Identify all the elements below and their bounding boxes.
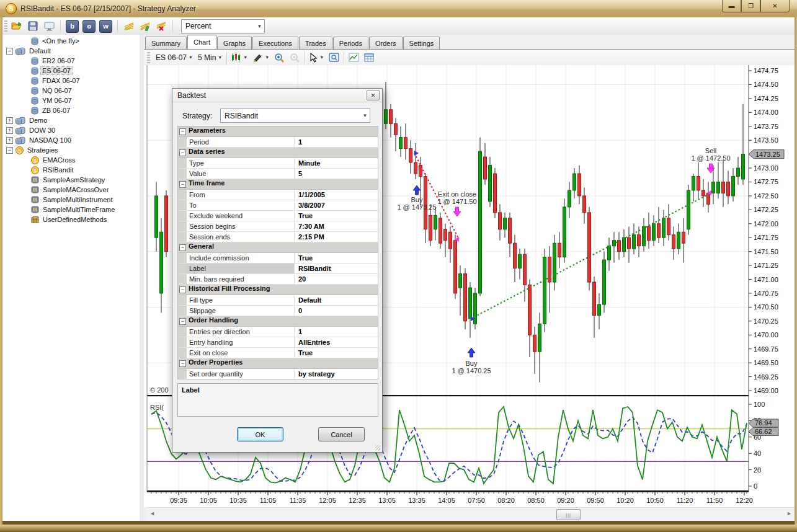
- grid-category-time-frame[interactable]: −Time frame: [178, 179, 378, 190]
- tree-item-emacross[interactable]: SEMACross: [2, 155, 77, 165]
- tab-executions[interactable]: Executions: [252, 37, 298, 49]
- property-name[interactable]: Value: [187, 169, 295, 179]
- tree-item-rsibandit[interactable]: SRSIBandit: [2, 165, 75, 175]
- bar-type-dropdown[interactable]: ▼: [229, 51, 250, 64]
- data-box-icon[interactable]: [326, 51, 342, 64]
- tree-item-strategies[interactable]: −SStrategies: [2, 145, 60, 155]
- collapse-icon[interactable]: −: [179, 149, 186, 156]
- chart-toolbar-grip[interactable]: [147, 52, 150, 63]
- property-name[interactable]: From: [187, 190, 295, 200]
- tree-item-ym-06-07[interactable]: YM 06-07: [2, 95, 73, 105]
- property-value[interactable]: 1: [295, 327, 378, 337]
- tree-item-nq-06-07[interactable]: NQ 06-07: [2, 86, 73, 95]
- expander-icon[interactable]: −: [6, 147, 13, 154]
- property-value[interactable]: AllEntries: [295, 337, 378, 347]
- tree-item-samplemacrossover[interactable]: SampleMACrossOver: [2, 185, 110, 195]
- tab-orders[interactable]: Orders: [369, 37, 403, 49]
- property-value[interactable]: 3/8/2007: [295, 200, 378, 210]
- property-name[interactable]: Session ends: [187, 232, 295, 242]
- strategy-edit-icon[interactable]: [138, 19, 152, 33]
- dialog-titlebar[interactable]: Backtest ✕: [172, 89, 382, 102]
- property-value[interactable]: 7:30 AM: [295, 221, 378, 231]
- drawing-tool-dropdown[interactable]: ▼: [250, 51, 272, 64]
- grid-row-session-ends[interactable]: Session ends2:15 PM: [178, 232, 378, 242]
- interval-dropdown[interactable]: 5 Min ▼: [195, 51, 225, 64]
- ok-button[interactable]: OK: [237, 427, 283, 441]
- chart-horizontal-scrollbar[interactable]: ◄ ► |||: [147, 507, 795, 521]
- zoom-in-icon[interactable]: [272, 51, 287, 64]
- tab-periods[interactable]: Periods: [333, 37, 368, 49]
- property-value[interactable]: 5: [295, 169, 378, 179]
- property-name[interactable]: Slippage: [187, 306, 295, 316]
- cursor-dropdown[interactable]: ▼: [307, 51, 326, 64]
- grid-row-set-order-quantity[interactable]: Set order quantityby strategy: [178, 369, 378, 379]
- tree-item-es-06-07[interactable]: ES 06-07: [2, 66, 72, 76]
- property-value[interactable]: RSIBandit: [295, 264, 378, 273]
- grid-row-session-begins[interactable]: Session begins7:30 AM: [178, 221, 378, 232]
- tab-trades[interactable]: Trades: [299, 37, 332, 49]
- tab-graphs[interactable]: Graphs: [217, 37, 252, 49]
- grid-category-data-series[interactable]: −Data series: [178, 148, 378, 158]
- property-value[interactable]: 20: [295, 274, 378, 284]
- grid-row-exclude-weekend[interactable]: Exclude weekendTrue: [178, 211, 378, 221]
- tree-item-demo[interactable]: +Demo: [2, 115, 48, 125]
- property-value[interactable]: 1/1/2005: [295, 190, 378, 200]
- toolbar-grip[interactable]: [4, 20, 7, 32]
- grid-row-from[interactable]: From1/1/2005: [178, 190, 378, 200]
- display-icon[interactable]: [42, 19, 56, 33]
- scroll-left-icon[interactable]: ◄: [149, 510, 155, 516]
- property-name[interactable]: Entry handling: [187, 337, 295, 347]
- tree-item-on-the-fly[interactable]: <On the fly>: [2, 36, 81, 46]
- collapse-icon[interactable]: −: [179, 286, 186, 293]
- w-button[interactable]: w: [99, 20, 112, 33]
- grid-category-parameters[interactable]: −Parameters: [178, 126, 378, 137]
- collapse-icon[interactable]: −: [179, 181, 186, 188]
- property-value[interactable]: Minute: [295, 158, 378, 168]
- display-mode-combobox[interactable]: Percent ▼: [181, 19, 265, 33]
- property-name[interactable]: Session begins: [187, 221, 295, 231]
- property-name[interactable]: Include commission: [187, 253, 295, 263]
- grid-category-general[interactable]: −General: [178, 242, 378, 253]
- tree-item-zb-06-07[interactable]: ZB 06-07: [2, 105, 71, 115]
- property-value[interactable]: 2:15 PM: [295, 232, 378, 242]
- collapse-icon[interactable]: −: [179, 318, 186, 325]
- property-value[interactable]: True: [295, 253, 378, 263]
- window-titlebar[interactable]: S RSIBandit - ES 06-07 [2/15/2007] - Str…: [0, 0, 797, 18]
- grid-category-historical-fill-processing[interactable]: −Historical Fill Processing: [178, 285, 378, 295]
- b-button[interactable]: b: [66, 20, 79, 33]
- property-name[interactable]: Type: [187, 158, 295, 168]
- expander-icon[interactable]: +: [6, 117, 13, 124]
- tab-settings[interactable]: Settings: [403, 37, 440, 49]
- property-value[interactable]: 1: [295, 137, 378, 147]
- property-value[interactable]: by strategy: [295, 369, 378, 379]
- tab-summary[interactable]: Summary: [145, 37, 187, 49]
- grid-row-fill-type[interactable]: Fill typeDefault: [178, 295, 378, 306]
- o-button[interactable]: o: [82, 20, 96, 33]
- grid-row-value[interactable]: Value5: [178, 169, 378, 179]
- expander-icon[interactable]: −: [6, 48, 13, 55]
- grid-row-include-commission[interactable]: Include commissionTrue: [178, 253, 378, 264]
- tree-item-fdax-06-07[interactable]: FDAX 06-07: [2, 76, 81, 86]
- minimize-button[interactable]: ▬: [722, 0, 741, 12]
- tree-item-samplemultiinstrument[interactable]: SampleMultiInstrument: [2, 195, 114, 205]
- grid-row-type[interactable]: TypeMinute: [178, 158, 378, 169]
- grid-row-slippage[interactable]: Slippage0: [178, 306, 378, 316]
- cancel-button[interactable]: Cancel: [318, 427, 365, 441]
- tree-item-nasdaq-100[interactable]: +NASDAQ 100: [2, 135, 73, 145]
- save-icon[interactable]: [26, 19, 40, 33]
- grid-icon[interactable]: [362, 51, 376, 64]
- grid-row-min-bars-required[interactable]: Min. bars required20: [178, 274, 378, 285]
- strategy-remove-icon[interactable]: [154, 19, 168, 33]
- tree-item-samplemultitimeframe[interactable]: SampleMultiTimeFrame: [2, 205, 116, 215]
- property-name[interactable]: Min. bars required: [187, 274, 295, 284]
- property-name[interactable]: Label: [187, 264, 295, 273]
- tree-item-sampleasmstrategy[interactable]: SampleAsmStrategy: [2, 175, 106, 185]
- property-name[interactable]: Period: [187, 137, 295, 147]
- tree-item-dow-30[interactable]: +DOW 30: [2, 125, 56, 135]
- property-name[interactable]: Set order quantity: [187, 369, 295, 379]
- grid-category-order-properties[interactable]: −Order Properties: [178, 358, 378, 369]
- collapse-icon[interactable]: −: [179, 128, 186, 135]
- strategy-icon[interactable]: [122, 19, 136, 33]
- property-name[interactable]: Exclude weekend: [187, 211, 295, 221]
- grid-row-exit-on-close[interactable]: Exit on closeTrue: [178, 348, 378, 358]
